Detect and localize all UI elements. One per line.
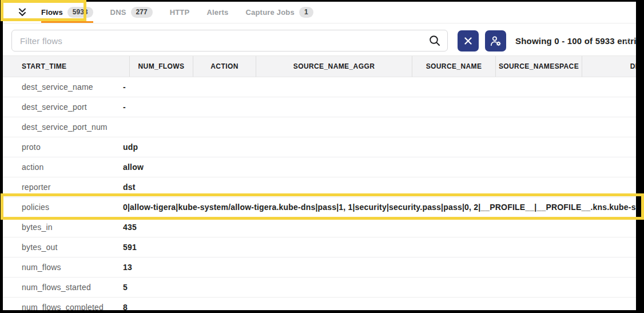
detail-row-num_flows: num_flows13	[3, 257, 636, 278]
collapse-panel-button[interactable]	[16, 6, 29, 19]
tab-http[interactable]: HTTP	[170, 2, 190, 23]
detail-key: num_flows_completed	[3, 303, 123, 310]
detail-row-num_flows_started: num_flows_started5	[3, 278, 636, 298]
detail-key: dest_service_port_num	[3, 122, 123, 132]
tab-capture-jobs[interactable]: Capture Jobs1	[245, 2, 313, 23]
detail-key: bytes_out	[3, 243, 123, 252]
filter-toolbar: Showing 0 - 100 of 5933 entries ‹	[3, 28, 636, 53]
detail-value: 5	[123, 283, 128, 292]
detail-row-dest_service_port_num: dest_service_port_num	[3, 117, 636, 137]
tab-alerts[interactable]: Alerts	[206, 2, 228, 23]
detail-row-reporter: reporterdst	[3, 177, 636, 197]
detail-row-bytes_in: bytes_in435	[3, 217, 636, 237]
detail-key: proto	[3, 142, 123, 152]
column-header-source_name[interactable]: SOURCE_NAME	[412, 56, 496, 77]
expanded-flow-detail: dest_service_name-dest_service_port-dest…	[3, 77, 636, 310]
column-header-action[interactable]: ACTION	[193, 56, 256, 77]
detail-value: udp	[123, 142, 138, 152]
tab-label: HTTP	[170, 8, 190, 17]
tab-label: Alerts	[206, 8, 228, 17]
detail-value: -	[123, 82, 126, 92]
detail-value: 8	[123, 303, 128, 310]
detail-value: 0|allow-tigera|kube-system/allow-tigera.…	[123, 203, 636, 212]
detail-key: bytes_in	[3, 223, 123, 232]
results-summary: Showing 0 - 100 of 5933 entries	[515, 28, 636, 53]
column-header-num_flows[interactable]: NUM_FLOWS	[130, 56, 193, 77]
x-icon	[464, 37, 472, 45]
column-header-source_name_aggr[interactable]: SOURCE_NAME_AGGR	[256, 56, 412, 77]
detail-key: dest_service_port	[3, 102, 123, 112]
tab-count-badge: 5933	[67, 7, 93, 18]
detail-key: dest_service_name	[3, 82, 123, 92]
chevron-left-icon: ‹	[625, 33, 630, 49]
detail-key: num_flows	[3, 263, 123, 272]
active-tab-underline	[41, 21, 93, 23]
tab-bar: Flows5933DNS277HTTPAlertsCapture Jobs1	[3, 2, 636, 23]
user-settings-icon	[489, 34, 502, 47]
detail-value: -	[123, 102, 126, 112]
detail-row-policies: policies0|allow-tigera|kube-system/allow…	[3, 197, 636, 217]
search-icon	[428, 34, 441, 47]
detail-value: allow	[123, 163, 144, 172]
tab-dns[interactable]: DNS277	[110, 2, 153, 23]
user-settings-button[interactable]	[485, 30, 506, 51]
pagination-prev-button[interactable]: ‹	[625, 28, 630, 53]
detail-row-num_flows_completed: num_flows_completed8	[3, 298, 636, 310]
detail-key: num_flows_started	[3, 283, 123, 292]
detail-key: action	[3, 163, 123, 172]
double-chevron-down-icon	[17, 7, 28, 18]
detail-value: 435	[123, 223, 137, 232]
detail-key: policies	[3, 203, 123, 212]
tab-label: DNS	[110, 8, 126, 17]
tab-flows[interactable]: Flows5933	[41, 2, 93, 23]
clear-filter-button[interactable]	[458, 30, 479, 51]
column-header-start_time[interactable]: START_TIME	[3, 56, 130, 77]
detail-value: dst	[123, 183, 136, 192]
detail-row-action: actionallow	[3, 157, 636, 177]
tab-count-badge: 1	[299, 7, 313, 18]
tab-list: Flows5933DNS277HTTPAlertsCapture Jobs1	[41, 2, 313, 23]
detail-row-proto: protoudp	[3, 137, 636, 157]
tab-count-badge: 277	[131, 7, 153, 18]
detail-key: reporter	[3, 183, 123, 192]
column-header-dest_n[interactable]: DEST_N	[582, 56, 636, 77]
filter-field-wrap	[11, 30, 448, 51]
detail-value: 13	[123, 263, 132, 272]
detail-row-bytes_out: bytes_out591	[3, 237, 636, 257]
tab-label: Capture Jobs	[245, 8, 294, 17]
flow-table-header: START_TIMENUM_FLOWSACTIONSOURCE_NAME_AGG…	[3, 56, 636, 77]
detail-row-dest_service_name: dest_service_name-	[3, 77, 636, 97]
app-window: Flows5933DNS277HTTPAlertsCapture Jobs1	[3, 2, 636, 310]
column-header-source_namespace[interactable]: SOURCE_NAMESPACE	[496, 56, 582, 77]
filter-flows-input[interactable]	[11, 30, 448, 51]
tab-label: Flows	[41, 8, 63, 17]
detail-row-dest_service_port: dest_service_port-	[3, 97, 636, 117]
detail-value: 591	[123, 243, 137, 252]
